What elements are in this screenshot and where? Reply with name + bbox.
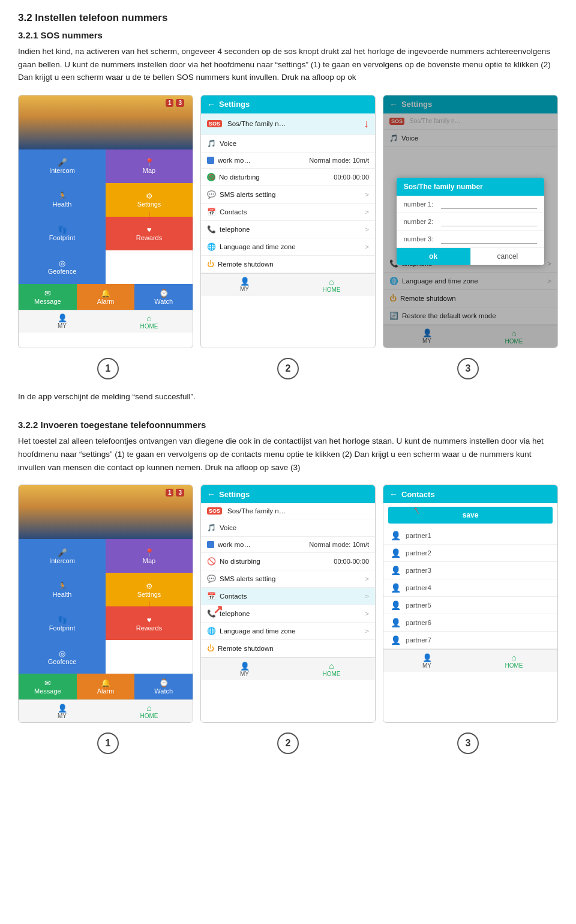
settings-voice-row-3[interactable]: 🎵 Voice: [201, 519, 375, 537]
popup-ok-button[interactable]: ok ↑: [397, 248, 470, 265]
home-label-5: HOME: [323, 671, 341, 677]
settings-work-row[interactable]: work mo… Normal mode: 10m/t: [201, 152, 375, 169]
map-icon: [145, 158, 154, 167]
app-footprint-2[interactable]: Footprint: [19, 606, 106, 640]
geofence-label-2: Geofence: [48, 658, 77, 665]
nav-home-5[interactable]: HOME: [288, 658, 375, 680]
settings-tel-row-3[interactable]: 📞 telephone >: [201, 605, 375, 623]
phone-badges-2: 1 3: [166, 489, 184, 497]
my-label: MY: [58, 322, 67, 329]
step-3b: 3: [457, 732, 479, 754]
back-icon-4[interactable]: [389, 489, 398, 499]
back-icon-3[interactable]: [207, 489, 215, 499]
app-map-2[interactable]: Map: [106, 539, 193, 573]
popup-title: Sos/The family number: [397, 178, 545, 196]
settings-sos-row-3[interactable]: SOS Sos/The family n…: [201, 503, 375, 519]
app-rewards[interactable]: Rewards: [106, 217, 193, 250]
nav-home-2[interactable]: HOME: [288, 274, 375, 296]
settings-nod-row-2[interactable]: 🚫 No disturbing 00:00-00:00: [201, 553, 375, 570]
lang-icon-3: 🌐: [207, 627, 216, 635]
popup-field-1[interactable]: number 1:: [397, 196, 545, 213]
nav-home[interactable]: HOME: [106, 310, 193, 333]
settings-contacts-row[interactable]: 📅 Contacts >: [201, 204, 375, 221]
settings-label: Settings: [137, 201, 161, 208]
nav-my-6[interactable]: MY: [383, 650, 470, 672]
settings-header-3: Settings: [201, 485, 375, 503]
nav-my-5[interactable]: MY: [201, 658, 288, 680]
step-2: 2: [277, 358, 299, 379]
my-icon-5: [240, 662, 250, 671]
app-settings-2[interactable]: Settings ↓: [106, 573, 193, 606]
popup-input-1[interactable]: [441, 199, 538, 209]
step-2b: 2: [277, 732, 299, 754]
app-message-2[interactable]: Message: [19, 674, 77, 699]
settings-nod-row[interactable]: 🚫 No disturbing 00:00-00:00: [201, 169, 375, 186]
nod-label: No disturbing: [219, 174, 330, 181]
settings-shutdown-row[interactable]: ⏻ Remote shutdown: [201, 256, 375, 273]
nav-my-2[interactable]: MY: [201, 274, 288, 296]
app-intercom[interactable]: Intercom: [19, 149, 106, 183]
settings-sms-row-2[interactable]: 💬 SMS alerts setting >: [201, 570, 375, 588]
my-icon-6: [422, 653, 432, 662]
app-geofence-2[interactable]: Geofence: [19, 640, 106, 674]
sms-icon: 💬: [207, 190, 216, 199]
phone-nav-6: MY HOME: [383, 649, 557, 672]
screenshots-row-1: 1 3 Intercom Map Health: [18, 95, 558, 348]
popup-input-3[interactable]: [441, 234, 538, 244]
geofence-label: Geofence: [48, 268, 77, 275]
sms-arrow-2: >: [365, 575, 369, 582]
popup-field-2[interactable]: number 2:: [397, 213, 545, 231]
contacts-screen: Contacts save ↑ 👤 partner1 👤 partner2 👤 …: [383, 485, 558, 723]
nav-home-6[interactable]: HOME: [470, 650, 557, 672]
app-geofence[interactable]: Geofence: [19, 250, 106, 284]
app-footprint[interactable]: Footprint: [19, 217, 106, 250]
partner1-icon: 👤: [391, 531, 401, 540]
app-rewards-2[interactable]: Rewards: [106, 606, 193, 640]
section-text-2: Het toestel zal alleen telefoontjes ontv…: [18, 435, 558, 474]
app-health[interactable]: Health: [19, 183, 106, 217]
settings-voice-row[interactable]: 🎵 Voice: [201, 135, 375, 152]
contacts-label-2: Contacts: [220, 593, 359, 600]
app-alarm-2[interactable]: Alarm: [77, 674, 135, 699]
app-intercom-2[interactable]: Intercom: [19, 539, 106, 573]
app-health-2[interactable]: Health: [19, 573, 106, 606]
settings-sms-row[interactable]: 💬 SMS alerts setting >: [201, 186, 375, 204]
home-icon-2: [329, 277, 334, 286]
partner7-row[interactable]: 👤 partner7: [383, 632, 557, 649]
popup-field-3[interactable]: number 3:: [397, 231, 545, 248]
back-icon[interactable]: [207, 100, 215, 109]
partner1-row[interactable]: 👤 partner1: [383, 527, 557, 545]
app-alarm[interactable]: Alarm: [77, 284, 135, 310]
settings-sos-row[interactable]: SOS Sos/The family n… ↓: [201, 113, 375, 135]
nav-home-4[interactable]: HOME: [106, 700, 193, 722]
partner4-row[interactable]: 👤 partner4: [383, 579, 557, 597]
rewards-label: Rewards: [136, 234, 162, 241]
nav-my[interactable]: MY: [19, 310, 106, 333]
settings-lang-row-3[interactable]: 🌐 Language and time zone >: [201, 623, 375, 640]
health-label: Health: [53, 201, 72, 208]
app-watch-2[interactable]: Watch: [134, 674, 193, 699]
app-message[interactable]: Message: [19, 284, 77, 310]
app-watch[interactable]: Watch: [134, 284, 193, 310]
partner3-row[interactable]: 👤 partner3: [383, 562, 557, 579]
partner5-row[interactable]: 👤 partner5: [383, 597, 557, 614]
screenshots-row-2: 1 3 Intercom Map Health: [18, 485, 558, 723]
settings-lang-row[interactable]: 🌐 Language and time zone >: [201, 238, 375, 256]
shutdown-label: Remote shutdown: [218, 261, 369, 268]
phone-main-screen-1: 1 3 Intercom Map Health: [18, 95, 193, 348]
partner6-row[interactable]: 👤 partner6: [383, 614, 557, 632]
popup-input-2[interactable]: [441, 217, 538, 226]
settings-shutdown-row-3[interactable]: ⏻ Remote shutdown: [201, 640, 375, 657]
phone-badges: 1 3: [166, 99, 184, 107]
voice-label: Voice: [220, 140, 369, 147]
app-map[interactable]: Map: [106, 149, 193, 183]
partner2-row[interactable]: 👤 partner2: [383, 545, 557, 562]
popup-cancel-button[interactable]: cancel: [470, 248, 545, 265]
partner4-label: partner4: [406, 584, 431, 591]
settings-work-row-2[interactable]: work mo… Normal mode: 10m/t: [201, 537, 375, 553]
settings-contacts-row-2[interactable]: 📅 Contacts > ↗: [201, 588, 375, 605]
app-settings[interactable]: Settings ↓: [106, 183, 193, 217]
nav-my-4[interactable]: MY: [19, 700, 106, 722]
settings-tel-row[interactable]: 📞 telephone >: [201, 221, 375, 238]
shutdown-icon-3: ⏻: [207, 644, 214, 653]
